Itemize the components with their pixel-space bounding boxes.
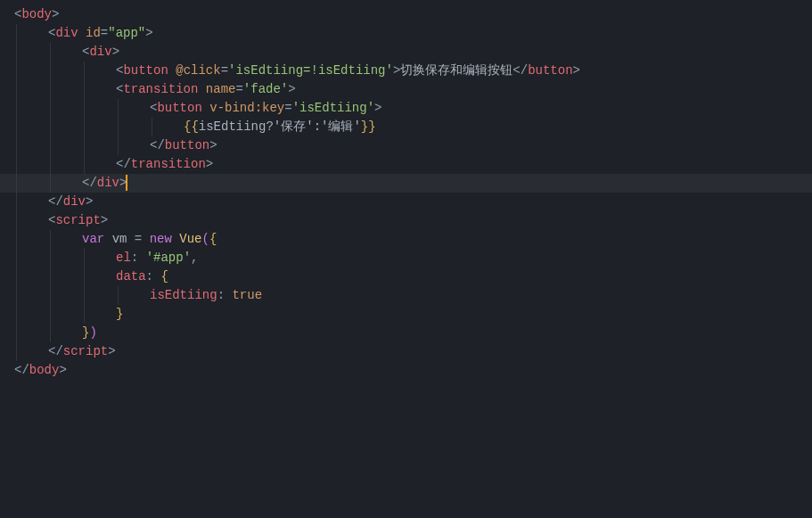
token-text xyxy=(202,101,209,115)
token-punct: > xyxy=(59,363,66,377)
token-str: 'isEdtiing' xyxy=(292,101,374,115)
code-line[interactable]: </body> xyxy=(0,361,812,380)
token-attr: name xyxy=(206,82,236,96)
token-eq: = xyxy=(101,26,108,40)
token-tag: script xyxy=(55,213,100,227)
token-brace: }} xyxy=(361,119,376,134)
text-cursor xyxy=(126,175,127,191)
token-text: 切换保存和编辑按钮 xyxy=(400,63,513,78)
token-punct: > xyxy=(206,157,213,171)
token-punct: , xyxy=(191,251,198,265)
token-tag: div xyxy=(55,26,78,40)
code-line[interactable]: <transition name='fade'> xyxy=(0,80,812,99)
token-tag: div xyxy=(97,176,119,190)
token-eq: = xyxy=(284,101,291,115)
token-text: isEdtiing?'保存':'编辑' xyxy=(199,119,361,134)
token-str: 'fade' xyxy=(243,82,288,96)
code-line[interactable]: data: { xyxy=(0,267,812,286)
code-line[interactable]: var vm = new Vue({ xyxy=(0,230,812,249)
token-paren: ( xyxy=(202,232,209,246)
token-punct: > xyxy=(101,213,108,227)
token-prop: isEdtiing xyxy=(150,288,217,302)
token-punct: = xyxy=(135,232,142,246)
token-punct: </ xyxy=(150,138,165,152)
code-line[interactable]: </div> xyxy=(0,174,812,193)
code-line[interactable]: </button> xyxy=(0,136,812,155)
token-punct: </ xyxy=(48,194,63,209)
code-line[interactable]: {{isEdtiing?'保存':'编辑'}} xyxy=(0,118,812,136)
token-kw: var xyxy=(82,232,104,246)
code-line[interactable]: }) xyxy=(0,324,812,342)
token-text xyxy=(198,82,205,96)
token-attr: id xyxy=(86,26,101,40)
token-paren: ) xyxy=(89,325,96,340)
code-editor[interactable]: <body> <div id="app"> <div> <button @cli… xyxy=(0,0,812,380)
token-punct: </ xyxy=(14,363,29,377)
token-punct: > xyxy=(209,138,217,152)
code-line[interactable]: </div> xyxy=(0,193,812,211)
token-str: 'isEdtiing=!isEdtiing' xyxy=(228,63,393,78)
code-line[interactable]: } xyxy=(0,305,812,324)
token-tag: body xyxy=(21,7,52,21)
token-tag: button xyxy=(123,63,168,78)
code-line[interactable]: isEdtiing: true xyxy=(0,286,812,305)
token-punct: </ xyxy=(82,176,97,190)
token-punct: </ xyxy=(513,63,528,78)
token-brace: { xyxy=(160,269,168,284)
token-punct: > xyxy=(112,45,119,59)
code-line[interactable]: <button v-bind:key='isEdtiing'> xyxy=(0,99,812,118)
token-str: '#app' xyxy=(146,251,191,265)
token-punct: > xyxy=(52,7,59,21)
token-brace: } xyxy=(116,307,123,321)
token-bool: true xyxy=(232,288,262,302)
code-line[interactable]: <div> xyxy=(0,43,812,62)
token-tag: div xyxy=(63,194,86,209)
token-tag: button xyxy=(157,101,201,115)
token-class: Vue xyxy=(179,232,201,246)
token-punct: : xyxy=(131,251,146,265)
code-line[interactable]: el: '#app', xyxy=(0,249,812,267)
token-text xyxy=(168,63,176,78)
token-punct: </ xyxy=(48,344,63,358)
token-tag: transition xyxy=(123,82,198,96)
token-tag: body xyxy=(29,363,60,377)
token-tag: button xyxy=(528,63,572,78)
token-punct: > xyxy=(108,344,115,358)
token-punct: : xyxy=(217,288,233,302)
token-ident2: vm xyxy=(112,232,127,246)
token-text xyxy=(104,232,111,246)
token-punct: > xyxy=(288,82,295,96)
token-punct: > xyxy=(86,194,93,209)
token-punct: > xyxy=(145,26,152,40)
code-line[interactable]: <script> xyxy=(0,211,812,230)
token-eq: = xyxy=(235,82,242,96)
token-tag: script xyxy=(63,344,108,358)
token-brace: { xyxy=(209,232,217,246)
token-tag: button xyxy=(165,138,209,152)
token-text xyxy=(142,232,149,246)
token-attr: v-bind:key xyxy=(209,101,284,115)
code-line[interactable]: </script> xyxy=(0,342,812,361)
token-punct: </ xyxy=(116,157,131,171)
token-tag: transition xyxy=(131,157,206,171)
token-text xyxy=(78,26,86,40)
token-eq: = xyxy=(221,63,228,78)
code-line[interactable]: </transition> xyxy=(0,155,812,174)
token-kw2: new xyxy=(150,232,172,246)
token-punct: > xyxy=(374,101,381,115)
token-tag: div xyxy=(89,45,111,59)
token-text xyxy=(127,232,134,246)
token-brace: {{ xyxy=(184,119,199,134)
token-prop: el xyxy=(116,251,131,265)
token-punct: > xyxy=(573,63,580,78)
token-punct: : xyxy=(146,269,161,284)
code-line[interactable]: <body> xyxy=(0,5,812,24)
token-str: "app" xyxy=(108,26,145,40)
token-prop: data xyxy=(116,269,146,284)
code-line[interactable]: <div id="app"> xyxy=(0,24,812,43)
code-line[interactable]: <button @click='isEdtiing=!isEdtiing'>切换… xyxy=(0,62,812,80)
token-attr: @click xyxy=(176,63,220,78)
